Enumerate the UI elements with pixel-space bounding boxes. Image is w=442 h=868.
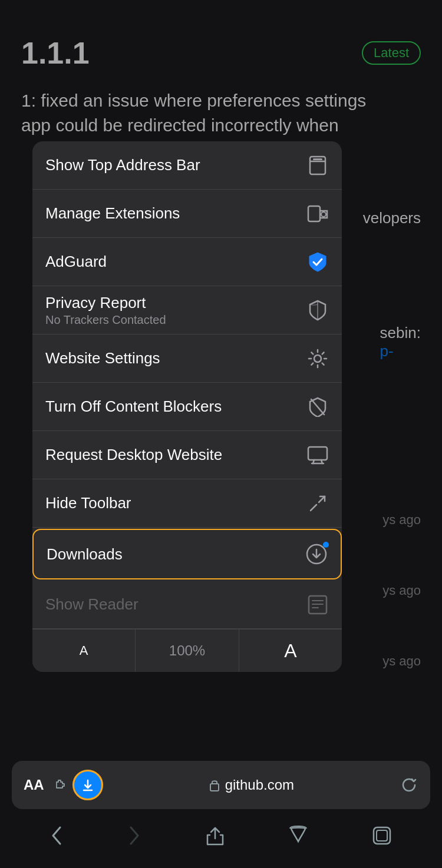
menu-item-privacy-report[interactable]: Privacy Report No Trackers Contacted [32,286,342,334]
reader-icon [306,594,329,616]
share-button[interactable] [205,824,225,847]
svg-line-13 [319,496,325,502]
refresh-icon [400,776,418,794]
download-toolbar-button[interactable] [72,770,103,800]
bottom-toolbar: AA github.com [12,761,430,809]
bookmarks-button[interactable] [289,825,308,846]
adguard-icon [306,251,329,273]
menu-item-show-reader[interactable]: Show Reader [32,581,342,629]
font-large-label: A [284,640,296,662]
svg-point-6 [314,355,321,362]
svg-rect-24 [210,784,219,791]
desktop-icon [306,444,329,466]
font-small-label: A [80,643,88,658]
context-menu: Show Top Address Bar Manage Extensions A… [32,141,342,672]
blockers-icon [306,396,329,418]
menu-item-label: Privacy Report [45,294,166,312]
font-percent-value: 100% [169,642,205,659]
extensions-toolbar-icon [51,777,68,793]
svg-rect-2 [313,158,322,160]
menu-item-downloads[interactable]: Downloads [32,529,342,579]
menu-item-sublabel: No Trackers Contacted [45,313,166,327]
font-decrease-section[interactable]: A [32,630,136,672]
menu-item-label: Show Top Address Bar [45,156,200,174]
back-button[interactable] [50,825,64,846]
menu-item-manage-extensions[interactable]: Manage Extensions [32,190,342,238]
hide-toolbar-icon [306,492,329,515]
menu-item-label: Manage Extensions [45,204,180,223]
menu-item-request-desktop-website[interactable]: Request Desktop Website [32,431,342,479]
settings-icon [306,347,329,370]
download-icon [305,543,328,565]
menu-item-adguard[interactable]: AdGuard [32,238,342,286]
menu-item-label: AdGuard [45,253,107,271]
tabs-button[interactable] [371,825,392,846]
menu-item-label: Downloads [47,545,123,564]
menu-item-label: Show Reader [45,595,138,614]
bottom-nav [0,815,442,856]
privacy-icon [306,299,329,322]
svg-rect-3 [308,206,320,221]
extensions-icon [306,203,329,225]
font-percent-section: 100% [136,630,239,672]
aa-button[interactable]: AA [24,777,44,793]
url-text: github.com [225,777,294,793]
svg-line-12 [311,505,316,511]
address-bar-icon [306,154,329,177]
svg-point-4 [321,212,326,217]
svg-line-7 [311,399,324,415]
menu-item-label: Website Settings [45,349,160,367]
font-size-row: A 100% A [32,629,342,672]
url-bar[interactable]: github.com [103,777,400,793]
forward-button [127,825,141,846]
menu-item-label: Request Desktop Website [45,446,222,464]
svg-rect-8 [308,447,327,460]
menu-item-label: Turn Off Content Blockers [45,397,222,416]
menu-item-turn-off-content-blockers[interactable]: Turn Off Content Blockers [32,383,342,431]
menu-item-label: Hide Toolbar [45,494,131,512]
menu-item-website-settings[interactable]: Website Settings [32,334,342,383]
svg-rect-27 [377,830,387,841]
menu-item-hide-toolbar[interactable]: Hide Toolbar [32,479,342,528]
refresh-button[interactable] [400,776,418,794]
menu-item-show-top-address-bar[interactable]: Show Top Address Bar [32,141,342,190]
lock-icon [209,778,220,791]
font-increase-section[interactable]: A [239,630,342,672]
